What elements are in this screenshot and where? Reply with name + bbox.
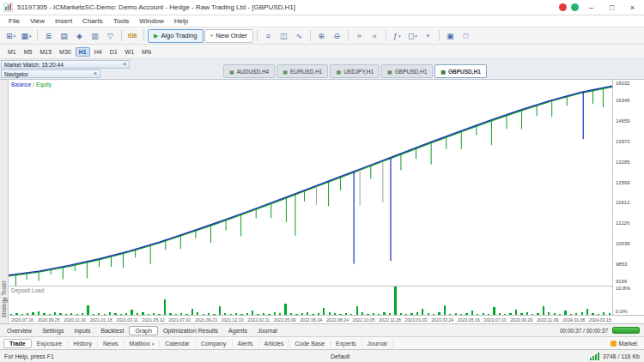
toolbox-tab-mailbox[interactable]: Mailbox▾: [125, 340, 161, 347]
chart-tab-usdjpy-h1[interactable]: ▦USDJPY,H1: [330, 64, 380, 78]
full-screen-icon[interactable]: □: [459, 29, 473, 43]
toolbar-separator: [121, 30, 122, 41]
profile-selector[interactable]: Default: [331, 353, 349, 359]
toolbar-separator: [310, 30, 311, 41]
app-icon: [3, 0, 13, 15]
toolbox-icon[interactable]: ▥: [88, 29, 102, 43]
chart-tab-audusd-h4[interactable]: ▦AUDUSD,H4: [223, 64, 275, 78]
toolbox-tab-exposure[interactable]: Exposure: [32, 340, 69, 347]
dropdown-caret-icon: ▾: [398, 33, 401, 39]
toolbox-tab-experts[interactable]: Experts: [331, 340, 362, 347]
toolbar-separator: [143, 30, 144, 41]
toolbox-tab-articles[interactable]: Articles: [259, 340, 290, 347]
chart-tab-eurusd-h1[interactable]: ▦EURUSD,H1: [276, 64, 328, 78]
chart-legend: Balance / Equity: [11, 81, 52, 87]
menu-help[interactable]: Help: [169, 17, 193, 25]
x-axis-label: 2021.09.23: [195, 317, 217, 323]
tile-windows-icon[interactable]: ▣: [443, 29, 458, 43]
profiles-icon[interactable]: ▦▾: [19, 29, 33, 43]
algo-trading-button[interactable]: ▶Algo Trading: [148, 29, 204, 43]
crosshair-icon[interactable]: +: [421, 29, 435, 43]
notifications-badge[interactable]: [559, 3, 567, 11]
menu-charts[interactable]: Charts: [77, 17, 108, 25]
menu-bar: FileViewInsertChartsToolsWindowHelp: [0, 15, 644, 27]
tester-tab-optimization-results[interactable]: Optimization Results: [158, 327, 223, 335]
x-axis-label: 2021.12.10: [222, 317, 244, 323]
objects-icon[interactable]: ◻▾: [405, 29, 420, 43]
timeframe-m5[interactable]: M5: [21, 47, 36, 57]
timeframe-w1[interactable]: W1: [122, 47, 138, 57]
help-hint: For Help, press F1: [4, 353, 54, 359]
market-watch-icon[interactable]: ≣: [41, 29, 56, 43]
line-chart-icon[interactable]: ∿: [292, 29, 307, 43]
navigator-icon[interactable]: ◈: [72, 29, 87, 43]
toolbox-tab-alerts[interactable]: Alerts: [233, 340, 259, 347]
close-button[interactable]: ×: [624, 1, 641, 15]
timeframe-m15[interactable]: M15: [36, 47, 55, 57]
indicators-icon[interactable]: ƒ▾: [390, 29, 404, 43]
toolbox-tab-news[interactable]: News: [98, 340, 125, 347]
navigator-header[interactable]: Navigator ×: [1, 69, 100, 78]
chart-tab-gbpusd-h1[interactable]: ▦GBPUSD,H1: [434, 64, 487, 78]
tester-tab-agents[interactable]: Agents: [223, 327, 252, 335]
maximize-button[interactable]: □: [604, 1, 620, 15]
timeframe-h4[interactable]: H4: [91, 47, 106, 57]
chart-shift-icon[interactable]: «: [368, 29, 382, 43]
timeframes-toolbar: M1M5M15M30H1H4D1W1MN: [0, 45, 644, 59]
toolbar-separator: [439, 30, 440, 41]
tester-tab-journal[interactable]: Journal: [252, 327, 283, 335]
timeframe-h1[interactable]: H1: [76, 47, 90, 57]
bar-chart-icon[interactable]: ≡: [261, 29, 276, 43]
timeframe-m1[interactable]: M1: [4, 47, 20, 57]
y-axis-label: 9166: [616, 279, 627, 284]
zoom-in-icon[interactable]: ⊕: [314, 29, 329, 43]
candlestick-chart-icon[interactable]: ◫: [276, 29, 291, 43]
toolbox-right-area: Market: [611, 341, 641, 347]
zoom-out-icon[interactable]: ⊖: [330, 29, 344, 43]
chart-tab-label: GBPUSD,H1: [395, 69, 428, 75]
market-button[interactable]: Market: [619, 341, 637, 347]
strategy-tester-icon[interactable]: ▽: [103, 29, 118, 43]
tester-tab-graph[interactable]: Graph: [129, 326, 157, 335]
new-order-button[interactable]: +New Order: [204, 29, 253, 43]
status-bar: For Help, press F1 Default 3748 / 116 Kb: [0, 349, 644, 362]
navigator-close-icon[interactable]: ×: [94, 71, 97, 76]
toolbox-tab-history[interactable]: History: [68, 340, 98, 347]
tester-status-area: 00:00:37 / 00:00:37: [560, 327, 642, 334]
legend-equity-label: Equity: [36, 81, 52, 87]
market-watch-header[interactable]: Market Watch: 15:20:44 ×: [1, 60, 130, 69]
chart-icon: ▦: [440, 69, 446, 75]
docked-panel-headers: Market Watch: 15:20:44 × Navigator ×: [0, 59, 222, 79]
market-watch-close-icon[interactable]: ×: [123, 62, 126, 67]
x-axis-label: 2023.05.16: [458, 317, 480, 323]
timeframe-m30[interactable]: M30: [56, 47, 75, 57]
chart-tab-gbpusd-h1[interactable]: ▦GBPUSD,H1: [381, 64, 433, 78]
dropdown-caret-icon: ▾: [14, 33, 16, 39]
tester-tab-settings[interactable]: Settings: [37, 327, 69, 335]
market-watch-title: Market Watch: 15:20:44: [4, 62, 64, 68]
menu-tools[interactable]: Tools: [108, 17, 135, 25]
menu-file[interactable]: File: [3, 17, 25, 25]
timeframe-mn[interactable]: MN: [138, 47, 155, 57]
community-badge[interactable]: [571, 3, 579, 11]
tester-tab-inputs[interactable]: Inputs: [69, 327, 95, 335]
auto-scroll-icon[interactable]: »: [352, 29, 367, 43]
dropdown-caret-icon: ▾: [152, 341, 155, 347]
tester-tab-overview[interactable]: Overview: [2, 327, 37, 335]
minimize-button[interactable]: –: [583, 1, 599, 15]
data-window-icon[interactable]: ▤: [57, 29, 71, 43]
x-axis-label: 2021.03.11: [116, 317, 138, 323]
toolbox-tab-company[interactable]: Company: [196, 340, 233, 347]
menu-view[interactable]: View: [25, 17, 50, 25]
metaeditor-icon[interactable]: IDE: [125, 29, 140, 43]
timeframe-d1[interactable]: D1: [106, 47, 121, 57]
menu-window[interactable]: Window: [134, 17, 168, 25]
menu-insert[interactable]: Insert: [50, 17, 77, 25]
toolbox-tab-calendar[interactable]: Calendar: [160, 340, 195, 347]
toolbox-tab-trade[interactable]: Trade: [3, 339, 32, 348]
new-chart-icon[interactable]: ⊞▾: [3, 29, 18, 43]
toolbox-tab-journal[interactable]: Journal: [362, 340, 393, 347]
toolbox-tab-code-base[interactable]: Code Base: [289, 340, 331, 347]
tester-tab-backtest[interactable]: Backtest: [96, 327, 130, 335]
x-axis-label: 2022.05.09: [274, 317, 296, 323]
